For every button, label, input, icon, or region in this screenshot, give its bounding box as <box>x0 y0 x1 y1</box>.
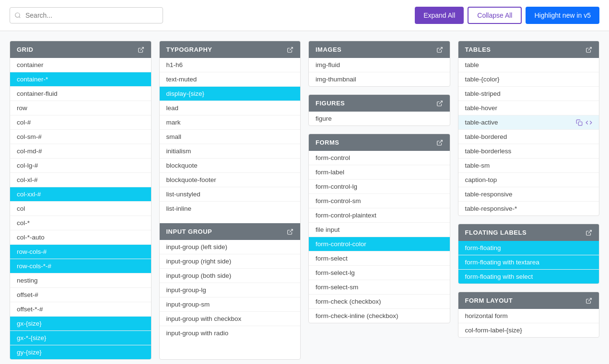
list-item[interactable]: display-{size} <box>160 87 301 101</box>
list-item[interactable]: offset-# <box>10 288 151 302</box>
list-item[interactable]: col-lg-# <box>10 159 151 173</box>
list-item[interactable]: table-sm <box>458 159 599 173</box>
svg-line-4 <box>290 229 293 232</box>
list-item[interactable]: input-group (both side) <box>160 269 301 283</box>
form-layout-list: horizontal form col-form-label-{size} <box>458 309 599 337</box>
list-item[interactable]: img-fluid <box>309 58 450 72</box>
list-item[interactable]: list-unstyled <box>160 187 301 202</box>
list-item[interactable]: form-select-lg <box>309 266 450 280</box>
list-item[interactable]: gy-{size} <box>10 345 151 359</box>
list-item[interactable]: form-floating with textarea <box>458 255 599 270</box>
external-link-icon[interactable] <box>436 139 443 146</box>
list-item[interactable]: col-md-# <box>10 144 151 159</box>
list-item[interactable]: form-control-lg <box>309 180 450 194</box>
external-link-icon[interactable] <box>586 229 592 236</box>
list-item[interactable]: col-xxl-# <box>10 187 151 202</box>
input-group-list: input-group (left side) input-group (rig… <box>160 240 301 340</box>
list-item[interactable]: list-inline <box>160 202 301 216</box>
search-input[interactable] <box>10 7 163 23</box>
list-item[interactable]: small <box>160 130 301 144</box>
code-icon[interactable] <box>586 119 592 126</box>
list-item[interactable]: table-{color} <box>458 72 599 87</box>
collapse-all-button[interactable]: Collapse All <box>468 7 522 24</box>
list-item[interactable]: form-label <box>309 165 450 180</box>
list-item[interactable]: input-group-lg <box>160 283 301 297</box>
list-item[interactable]: input-group with checkbox <box>160 312 301 326</box>
list-item[interactable]: lead <box>160 101 301 115</box>
list-item[interactable]: form-check (checkbox) <box>309 295 450 309</box>
list-item[interactable]: input-group (right side) <box>160 254 301 269</box>
list-item[interactable]: form-control-color <box>309 237 450 251</box>
list-item[interactable]: table-borderless <box>458 144 599 159</box>
external-link-icon[interactable] <box>436 46 443 53</box>
list-item[interactable]: h1-h6 <box>160 58 301 72</box>
list-item[interactable]: caption-top <box>458 173 599 187</box>
list-item[interactable]: table-bordered <box>458 130 599 144</box>
list-item[interactable]: file input <box>309 223 450 237</box>
external-link-icon[interactable] <box>436 100 443 107</box>
list-item[interactable]: table <box>458 58 599 72</box>
list-item[interactable]: form-select <box>309 251 450 266</box>
list-item[interactable]: form-control <box>309 151 450 165</box>
top-bar: Expand All Collapse All Highlight new in… <box>0 0 609 31</box>
list-item[interactable]: container-* <box>10 72 151 87</box>
floating-labels-panel: FLOATING LABELS form-floating form-float… <box>458 224 600 284</box>
list-item[interactable]: col-xl-# <box>10 173 151 187</box>
list-item[interactable]: gx-*-{size} <box>10 331 151 345</box>
list-item[interactable]: container-fluid <box>10 87 151 101</box>
forms-list: form-control form-label form-control-lg … <box>309 151 450 323</box>
list-item[interactable]: col-form-label-{size} <box>458 323 599 337</box>
list-item[interactable]: gx-{size} <box>10 317 151 331</box>
list-item[interactable]: offset-*-# <box>10 302 151 317</box>
list-item[interactable]: col-* <box>10 216 151 230</box>
list-item[interactable]: initialism <box>160 144 301 159</box>
list-item[interactable]: blockquote <box>160 159 301 173</box>
floating-labels-list: form-floating form-floating with textare… <box>458 241 599 284</box>
grid-title: GRID <box>17 46 34 53</box>
list-item[interactable]: form-floating <box>458 241 599 255</box>
expand-all-button[interactable]: Expand All <box>415 7 464 24</box>
list-item[interactable]: img-thumbnail <box>309 72 450 86</box>
external-link-icon[interactable] <box>586 46 592 53</box>
list-item[interactable]: form-control-plaintext <box>309 208 450 223</box>
list-item[interactable]: nesting <box>10 273 151 288</box>
list-item[interactable]: form-select-sm <box>309 280 450 295</box>
list-item[interactable]: table-active <box>458 115 599 130</box>
list-item[interactable]: input-group (left side) <box>160 240 301 254</box>
list-item[interactable]: table-responsive-* <box>458 202 599 216</box>
typography-list: h1-h6 text-muted display-{size} lead mar… <box>160 58 301 216</box>
external-link-icon[interactable] <box>138 46 144 53</box>
list-item[interactable]: form-control-sm <box>309 194 450 208</box>
highlight-new-button[interactable]: Highlight new in v5 <box>526 7 599 24</box>
list-item[interactable]: blockquote-footer <box>160 173 301 187</box>
list-item[interactable]: table-hover <box>458 101 599 115</box>
external-link-icon[interactable] <box>287 46 293 53</box>
list-item[interactable]: mark <box>160 115 301 130</box>
list-item[interactable]: col-*-auto <box>10 230 151 245</box>
svg-line-5 <box>439 47 442 50</box>
input-group-panel: INPUT GROUP input-group (left side) inpu… <box>160 223 301 340</box>
middle-column: IMAGES img-fluid img-thumbnail FIGURES f… <box>308 41 450 360</box>
list-item[interactable]: figure <box>309 112 450 125</box>
list-item[interactable]: text-muted <box>160 72 301 87</box>
list-item[interactable]: input-group with radio <box>160 326 301 340</box>
list-item[interactable]: form-floating with select <box>458 270 599 284</box>
list-item[interactable]: row-cols-# <box>10 245 151 259</box>
list-item[interactable]: row <box>10 101 151 115</box>
list-item[interactable]: container <box>10 58 151 72</box>
external-link-icon[interactable] <box>287 228 293 235</box>
copy-icon[interactable] <box>576 119 583 126</box>
svg-line-1 <box>19 17 21 18</box>
list-item[interactable]: input-group-sm <box>160 297 301 312</box>
list-item[interactable]: horizontal form <box>458 309 599 323</box>
list-item[interactable]: row-cols-*-# <box>10 259 151 273</box>
list-item[interactable]: table-striped <box>458 87 599 101</box>
list-item[interactable]: form-check-inline (checkbox) <box>309 309 450 323</box>
external-link-icon[interactable] <box>586 297 592 304</box>
svg-line-2 <box>140 47 143 50</box>
list-item[interactable]: col-# <box>10 115 151 130</box>
tables-title: TABLES <box>465 46 491 53</box>
list-item[interactable]: col-sm-# <box>10 130 151 144</box>
list-item[interactable]: table-responsive <box>458 187 599 202</box>
list-item[interactable]: col <box>10 202 151 216</box>
